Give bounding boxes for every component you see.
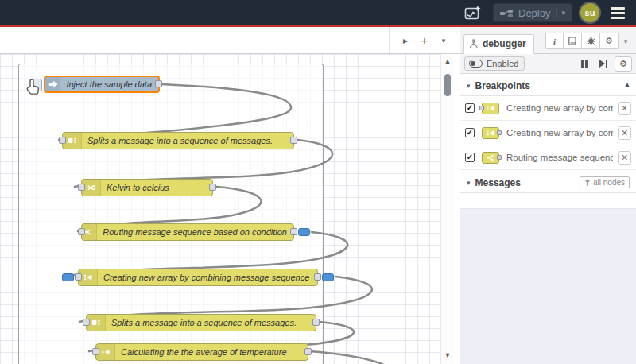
input-port[interactable]: [78, 184, 85, 191]
messages-filter-button[interactable]: all nodes: [580, 176, 630, 188]
deploy-label: Deploy: [518, 7, 550, 19]
pause-button[interactable]: [576, 56, 592, 71]
breakpoint-indicator-in[interactable]: [62, 273, 74, 281]
flow-node-join[interactable]: Calculating the the average of temperatu…: [95, 343, 308, 361]
input-port[interactable]: [83, 319, 90, 326]
debugger-enabled-toggle[interactable]: Enabled: [464, 56, 525, 71]
output-port[interactable]: [209, 184, 216, 191]
breakpoint-row: ✓ Routing message sequence based on cond…: [460, 145, 636, 170]
switch-node-icon: [486, 154, 495, 161]
scroll-up-icon[interactable]: ▲: [443, 57, 452, 65]
flow-node-inject[interactable]: Inject the sample data: [44, 76, 160, 93]
node-label: Creating new array by combining message …: [98, 269, 316, 285]
join-node-icon: [100, 348, 111, 356]
debug-bug-icon[interactable]: [582, 33, 600, 49]
user-avatar[interactable]: su: [580, 3, 599, 22]
flow-node-change[interactable]: Kelvin to celcius: [81, 179, 213, 196]
scrollbar-thumb[interactable]: [444, 74, 451, 96]
flow-node-split[interactable]: Splits a message into a sequence of mess…: [62, 132, 294, 149]
remove-breakpoint-button[interactable]: ✕: [618, 151, 631, 165]
output-port[interactable]: [290, 137, 297, 144]
breakpoint-label: Routing message sequence based on condit…: [506, 153, 613, 162]
breakpoint-row: ✓ Creating new array by combining messag…: [460, 121, 636, 145]
output-port[interactable]: [314, 273, 321, 281]
info-tab-icon[interactable]: i: [545, 33, 564, 49]
inject-trigger-button[interactable]: [30, 79, 42, 91]
debugger-settings-icon[interactable]: ⚙: [615, 56, 632, 72]
sidebar-tabbar: debugger i ⚙ ▾: [460, 27, 636, 54]
join-node-icon: [83, 273, 94, 281]
mini-node-icon: [482, 103, 499, 114]
deploy-caret-icon[interactable]: ▾: [556, 9, 565, 17]
change-node-icon: [86, 184, 97, 192]
flow-node-split[interactable]: Splits a message into a sequence of mess…: [86, 314, 316, 331]
flow-node-join[interactable]: Creating new array by combining message …: [78, 269, 318, 286]
mini-node-icon: [482, 152, 499, 164]
flow-node-switch[interactable]: Routing message sequence based on condit…: [81, 223, 294, 241]
input-port[interactable]: [59, 137, 66, 144]
canvas-vertical-scrollbar[interactable]: ▲ ▼: [440, 54, 453, 364]
split-node-icon: [91, 319, 102, 327]
breakpoint-checkbox[interactable]: ✓: [465, 103, 475, 113]
output-port[interactable]: [155, 80, 162, 87]
sidebar-gear-icon[interactable]: ⚙: [600, 33, 619, 49]
filter-funnel-icon: [584, 180, 591, 186]
add-flow-button[interactable]: +: [417, 33, 432, 48]
input-port[interactable]: [92, 348, 99, 355]
inject-node-icon: [47, 80, 58, 88]
inject-icon-cell: [45, 77, 60, 91]
workspace-tabbar: ▸ + ▾: [0, 27, 460, 54]
scroll-down-icon[interactable]: ▼: [443, 351, 452, 359]
breakpoints-list: ✓ Creating new array by combining messag…: [460, 96, 636, 170]
node-label: Routing message sequence based on condit…: [97, 224, 293, 240]
flask-icon: [470, 39, 479, 48]
mini-port-in: [479, 106, 484, 110]
sidebar-scroll-up-icon[interactable]: ▲: [623, 80, 631, 89]
output-port[interactable]: [290, 228, 297, 235]
node-label: Inject the sample data: [60, 77, 158, 91]
node-label: Splits a message into a sequence of mess…: [82, 133, 279, 149]
debugger-toolbar: Enabled ⚙: [460, 54, 636, 74]
breakpoint-indicator-out[interactable]: [322, 273, 334, 281]
breakpoint-checkbox[interactable]: ✓: [465, 128, 475, 137]
deploy-button[interactable]: Deploy ▾: [493, 3, 572, 22]
step-next-icon: [599, 60, 608, 68]
flow-assistant-icon[interactable]: [461, 3, 485, 22]
editor-sidebar-gap: [453, 54, 460, 364]
help-book-icon[interactable]: [564, 33, 582, 49]
tab-debugger[interactable]: debugger: [463, 34, 534, 54]
output-port[interactable]: [304, 348, 312, 355]
mini-node-icon: [482, 127, 499, 139]
app-header: Deploy ▾ su: [0, 0, 636, 25]
messages-section-header[interactable]: ▾ Messages all nodes: [460, 170, 636, 193]
output-port[interactable]: [312, 319, 320, 326]
right-sidebar: debugger i ⚙ ▾ Enabled: [460, 27, 636, 364]
step-next-button[interactable]: [595, 56, 611, 71]
split-node-icon: [67, 137, 78, 145]
main-menu-icon[interactable]: [607, 4, 628, 22]
breakpoints-title: Breakpoints: [475, 80, 530, 91]
messages-gap: [460, 193, 636, 209]
flow-editor: ▸ + ▾: [0, 27, 460, 364]
breakpoints-section-header[interactable]: ▾ Breakpoints ▲: [460, 74, 636, 96]
node-label: Splits a message into a sequence of mess…: [106, 315, 303, 331]
breakpoints-collapse-icon[interactable]: ▾: [467, 82, 471, 90]
breakpoint-indicator-out[interactable]: [298, 228, 310, 236]
breakpoint-checkbox[interactable]: ✓: [465, 153, 475, 162]
join-node-icon: [486, 105, 495, 112]
tab-scroll-right-icon[interactable]: ▸: [398, 33, 413, 48]
messages-filter-label: all nodes: [593, 178, 625, 187]
sidebar-tabs-caret-icon[interactable]: ▾: [619, 37, 633, 45]
flow-canvas[interactable]: Inject the sample data Splits a message …: [0, 54, 440, 364]
node-label: Kelvin to celcius: [101, 180, 176, 196]
breakpoint-label: Creating new array by combining message …: [506, 128, 613, 137]
flow-list-caret-icon[interactable]: ▾: [436, 33, 452, 48]
switch-node-icon: [83, 228, 95, 236]
join-node-icon: [486, 130, 495, 137]
input-port[interactable]: [75, 273, 82, 281]
input-port[interactable]: [78, 228, 85, 235]
breakpoint-row: ✓ Creating new array by combining messag…: [460, 96, 636, 121]
remove-breakpoint-button[interactable]: ✕: [618, 126, 631, 140]
remove-breakpoint-button[interactable]: ✕: [618, 102, 631, 115]
messages-collapse-icon[interactable]: ▾: [467, 179, 471, 187]
